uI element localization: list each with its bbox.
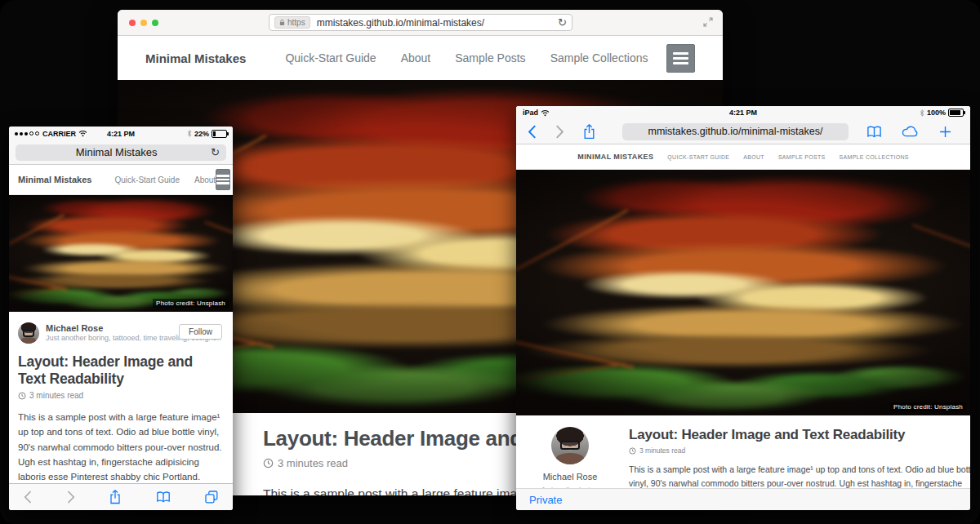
forward-icon[interactable] (555, 125, 583, 139)
desktop-site-nav: Minimal Mistakes Quick-Start Guide About… (118, 36, 723, 80)
photo-credit: Photo credit: Unsplash (153, 299, 229, 308)
read-time-text: 3 minutes read (639, 446, 685, 455)
bookmarks-icon[interactable] (156, 491, 171, 503)
responsive-mockup-canvas: https mmistakes.github.io/minimal-mistak… (0, 0, 980, 524)
lock-icon (279, 19, 285, 26)
clock-icon (18, 392, 26, 400)
nav-sample-collections[interactable]: Sample Collections (840, 154, 909, 160)
avatar (18, 322, 39, 344)
avatar (551, 427, 589, 464)
nav-sample-posts[interactable]: Sample Posts (778, 154, 826, 160)
iphone-frame: CARRIER 4:21 PM 22% Minimal Mistakes ↻ M… (9, 127, 233, 510)
https-label: https (287, 18, 305, 27)
nav-about[interactable]: About (194, 175, 216, 184)
clock-icon (263, 458, 274, 468)
author-row: Michael Rose Just another boring, tattoo… (18, 322, 224, 344)
nav-about[interactable]: About (401, 51, 431, 64)
battery-icon (212, 130, 227, 138)
battery-icon (948, 109, 964, 117)
site-brand[interactable]: Minimal Mistakes (18, 175, 91, 184)
iphone-post-content: Michael Rose Just another boring, tattoo… (9, 312, 233, 510)
clock-icon (629, 447, 636, 455)
header-image: Photo credit: Unsplash (516, 170, 970, 415)
menu-toggle-button[interactable] (216, 169, 230, 190)
url-field-text: Minimal Mistakes (22, 146, 211, 158)
status-time: 4:21 PM (9, 130, 233, 138)
ipad-site-nav: Minimal Mistakes Quick-Start Guide About… (516, 144, 970, 170)
url-text: mmistakes.github.io/minimal-mistakes/ (317, 17, 558, 29)
site-brand[interactable]: Minimal Mistakes (145, 51, 246, 65)
minimize-window-button[interactable] (140, 20, 147, 26)
close-window-button[interactable] (129, 20, 136, 26)
back-icon[interactable] (24, 491, 32, 504)
nav-links: Quick-Start Guide About Sample Posts Sam… (285, 51, 648, 64)
read-time-meta: 3 minutes read (18, 391, 224, 400)
share-icon[interactable] (109, 490, 121, 504)
site-brand[interactable]: Minimal Mistakes (577, 153, 653, 161)
reload-icon[interactable]: ↻ (211, 147, 220, 158)
nav-sample-posts[interactable]: Sample Posts (455, 51, 525, 64)
header-image: Photo credit: Unsplash (9, 195, 233, 312)
iphone-site-nav: Minimal Mistakes Quick-Start Guide About (9, 165, 233, 195)
read-time-text: 3 minutes read (278, 457, 348, 469)
tabs-icon[interactable] (205, 491, 218, 504)
post-title: Layout: Header Image and Text Readabilit… (629, 427, 956, 443)
ipad-safari-toolbar: mmistakes.github.io/minimal-mistakes/ (516, 119, 970, 144)
new-tab-icon[interactable] (939, 126, 951, 138)
icloud-icon[interactable] (902, 126, 920, 137)
ipad-status-bar: iPad 4:21 PM 100% (516, 106, 970, 119)
iphone-url-row: Minimal Mistakes ↻ (9, 140, 233, 165)
nav-quick-start-guide[interactable]: Quick-Start Guide (285, 51, 376, 64)
private-browsing-bar: Private (516, 488, 970, 510)
reload-icon[interactable]: ↻ (558, 17, 567, 28)
ipad-address-bar[interactable]: mmistakes.github.io/minimal-mistakes/ (622, 123, 849, 140)
photo-credit: Photo credit: Unsplash (890, 402, 966, 411)
nav-quick-start-guide[interactable]: Quick-Start Guide (114, 175, 179, 184)
post-title: Layout: Header Image and Text Readabilit… (18, 353, 224, 387)
follow-button[interactable]: Follow (179, 324, 222, 340)
back-icon[interactable] (528, 125, 555, 139)
https-secure-badge: https (274, 16, 310, 29)
forward-icon[interactable] (67, 491, 75, 504)
status-time: 4:21 PM (516, 109, 970, 117)
zoom-window-button[interactable] (152, 20, 158, 26)
private-label[interactable]: Private (529, 494, 562, 506)
ipad-toolbar-right (866, 126, 951, 138)
desktop-browser-toolbar: https mmistakes.github.io/minimal-mistak… (118, 10, 723, 36)
iphone-status-bar: CARRIER 4:21 PM 22% (9, 127, 233, 140)
ipad-frame: iPad 4:21 PM 100% mmistakes.github.io/mi… (516, 106, 970, 510)
bookmarks-icon[interactable] (866, 126, 882, 138)
share-icon[interactable] (583, 124, 611, 140)
iphone-safari-toolbar (9, 483, 233, 510)
leaves-photo (9, 195, 233, 312)
nav-about[interactable]: About (743, 154, 764, 160)
url-text: mmistakes.github.io/minimal-mistakes/ (648, 126, 823, 137)
leaves-photo (516, 170, 970, 415)
menu-toggle-button[interactable] (666, 44, 695, 73)
read-time-text: 3 minutes read (29, 391, 83, 400)
read-time-meta: 3 minutes read (629, 446, 956, 455)
author-name: Michael Rose (543, 472, 598, 482)
window-controls (129, 20, 158, 26)
fullscreen-icon[interactable] (703, 17, 713, 27)
nav-sample-collections[interactable]: Sample Collections (550, 51, 648, 64)
iphone-address-bar[interactable]: Minimal Mistakes ↻ (16, 144, 226, 161)
desktop-address-bar[interactable]: https mmistakes.github.io/minimal-mistak… (269, 14, 572, 31)
nav-quick-start-guide[interactable]: Quick-Start Guide (667, 154, 729, 160)
